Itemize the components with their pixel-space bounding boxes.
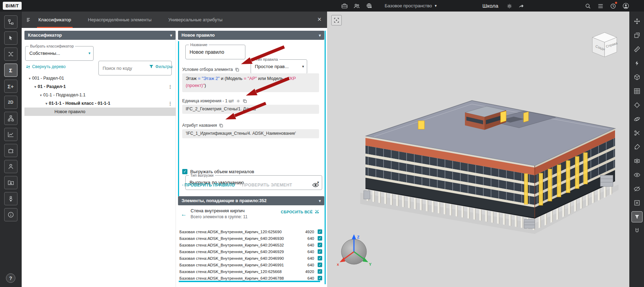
- collaboration-users-icon[interactable]: [353, 2, 361, 10]
- element-checkbox[interactable]: ✓: [318, 229, 322, 234]
- panel-menu-icon[interactable]: [26, 17, 32, 23]
- back-arrow-icon[interactable]: ←: [181, 211, 187, 218]
- settings-gear-icon[interactable]: [505, 2, 513, 10]
- share-icon[interactable]: [517, 2, 525, 10]
- workspace-selector[interactable]: Базовое пространство ▾: [385, 0, 437, 12]
- filter-icon[interactable]: [631, 211, 643, 222]
- check-rule-button[interactable]: ПРОВЕРИТЬ ПРАВИЛО: [182, 183, 235, 187]
- 2d-view-icon[interactable]: 2D: [4, 96, 17, 109]
- collapse-tree-link[interactable]: Свернуть дерево: [26, 64, 66, 69]
- element-row[interactable]: Базовая стена:ADSK_Внутренняя_Кирпич_640…: [179, 248, 324, 255]
- cut-scissors-icon[interactable]: [631, 127, 643, 139]
- history-clock-icon[interactable]: [609, 2, 617, 10]
- copy-icon[interactable]: [219, 123, 223, 128]
- paint-brush-icon[interactable]: [631, 141, 643, 153]
- classifier-select[interactable]: Выбрать классификатор Собственны... ▾: [25, 46, 94, 61]
- collapse-chevron-icon[interactable]: ▾: [170, 33, 172, 38]
- compare-icon[interactable]: [631, 155, 643, 167]
- user-location-icon[interactable]: [4, 192, 17, 205]
- 3d-viewport[interactable]: Сзади Справа Z x Y: [327, 12, 629, 287]
- tree-expand-icon[interactable]: ▾: [33, 85, 38, 89]
- chart-icon[interactable]: [4, 128, 17, 141]
- check-element-button[interactable]: ПРОВЕРИТЬ ЭЛЕМЕНТ: [240, 183, 292, 187]
- element-row[interactable]: Базовая стена:ADSK_Внутренняя_Кирпич_120…: [179, 228, 324, 235]
- elements-header[interactable]: Элементы, попадающие в правило:352 ▾: [178, 196, 324, 205]
- vertical-scrollbar[interactable]: [325, 31, 326, 284]
- model-tree-icon[interactable]: [4, 15, 17, 29]
- element-row[interactable]: Базовая стена:ADSK_Внутренняя_Кирпич_640…: [179, 255, 324, 262]
- element-row[interactable]: Базовая стена:ADSK_Внутренняя_Кирпич_640…: [179, 242, 324, 248]
- tree-item[interactable]: ▾ 01-1 - Подраздел-1.1: [24, 91, 176, 99]
- rule-name-input[interactable]: [186, 45, 245, 59]
- eye-icon[interactable]: [631, 169, 643, 181]
- tree-expand-icon[interactable]: ▾: [27, 76, 32, 80]
- classifier-header[interactable]: Классификатор ▾: [24, 31, 176, 40]
- workspace-briefcase-icon[interactable]: [340, 2, 349, 10]
- clear-box-icon[interactable]: [631, 197, 643, 208]
- select-cursor-icon[interactable]: [4, 31, 17, 45]
- zoom-region-icon[interactable]: [331, 15, 342, 25]
- filters-link[interactable]: Фильтры: [149, 64, 172, 69]
- element-row[interactable]: Базовая стена:ADSK_Внутренняя_Кирпич_120…: [179, 268, 324, 275]
- attribute-value[interactable]: 'IFC_1_Идентификация_Стены/4. ADSK_Наиме…: [182, 129, 319, 138]
- tree-item-menu-icon[interactable]: ⋮: [168, 84, 172, 89]
- tree-expand-icon[interactable]: ▾: [38, 93, 43, 97]
- collapse-chevron-icon[interactable]: ▾: [319, 199, 321, 203]
- eye-off-icon[interactable]: [631, 183, 643, 194]
- plugins-puzzle-icon[interactable]: [4, 144, 17, 157]
- reset-all-button[interactable]: СБРОСИТЬ ВСЁ: [281, 209, 319, 214]
- element-checkbox[interactable]: ✓: [318, 269, 322, 274]
- lightning-icon[interactable]: [631, 58, 643, 69]
- element-checkbox[interactable]: ✓: [318, 276, 322, 280]
- view-cube[interactable]: Сзади Справа: [589, 30, 620, 60]
- scheme-icon[interactable]: [4, 112, 17, 125]
- tab-classifier[interactable]: Классификатор: [37, 12, 73, 28]
- element-checkbox[interactable]: ✓: [318, 243, 322, 247]
- rule-header[interactable]: Новое правило ▾: [178, 31, 324, 40]
- collapse-chevron-icon[interactable]: ▾: [319, 33, 321, 38]
- materials-checkbox[interactable]: ✓: [182, 169, 187, 174]
- list-menu-icon[interactable]: [596, 2, 605, 10]
- tree-item[interactable]: ▾ 01-1-1 - Новый класс - 01-1-1 ⋮: [24, 99, 176, 108]
- element-checkbox[interactable]: ✓: [318, 256, 322, 260]
- add-rule-sum-plus-icon[interactable]: Σ+: [4, 80, 17, 93]
- layers-icon[interactable]: [631, 30, 643, 41]
- gear-icon[interactable]: [236, 99, 240, 103]
- ruler-icon[interactable]: [631, 44, 643, 55]
- axes-gizmo[interactable]: Z x Y: [334, 231, 374, 271]
- condition-expression[interactable]: Этаж = "Этаж 2" и (Модель = "АР" или Мод…: [182, 73, 319, 92]
- info-icon[interactable]: [4, 208, 17, 221]
- pan-icon[interactable]: [631, 16, 643, 27]
- rule-type-select[interactable]: Тип правила Простое прав... ▾: [251, 59, 307, 74]
- shared-folder-icon[interactable]: [4, 176, 17, 189]
- horizontal-scrollbar[interactable]: [179, 281, 320, 282]
- copy-icon[interactable]: [235, 67, 239, 72]
- element-row[interactable]: Базовая стена:ADSK_Внутренняя_Кирпич_640…: [179, 235, 324, 242]
- magnet-icon[interactable]: [631, 225, 643, 236]
- rules-sum-icon[interactable]: Σ: [4, 64, 17, 77]
- tree-item[interactable]: ▾ 01 - Раздел-1 ⋮: [24, 82, 176, 91]
- rule-name-field[interactable]: Название: [185, 45, 245, 59]
- search-icon[interactable]: [584, 2, 592, 10]
- connections-icon[interactable]: [4, 47, 17, 61]
- grid-icon[interactable]: [631, 86, 643, 97]
- unit-value[interactable]: IFC_2_Геометрия_Стены/1. Длина: [182, 105, 319, 114]
- tab-unallocated[interactable]: Нераспределённые элементы: [87, 12, 153, 28]
- element-checkbox[interactable]: ✓: [318, 263, 322, 267]
- section-box-icon[interactable]: [631, 72, 643, 83]
- element-row[interactable]: Базовая стена:ADSK_Внутренняя_Кирпич_640…: [179, 275, 324, 281]
- tree-expand-icon[interactable]: ▾: [44, 102, 49, 105]
- tree-item[interactable]: ▾ 001 - Раздел-01: [24, 74, 176, 82]
- user-avatar[interactable]: [622, 2, 630, 10]
- element-row[interactable]: Базовая стена:ADSK_Внутренняя_Кирпич_640…: [179, 262, 324, 268]
- tree-item-menu-icon[interactable]: ⋮: [168, 101, 172, 106]
- eye-icon[interactable]: [312, 182, 319, 189]
- element-checkbox[interactable]: ✓: [318, 249, 322, 254]
- tree-item-rule-selected[interactable]: Новое правило: [24, 108, 176, 116]
- element-checkbox[interactable]: ✓: [318, 236, 322, 241]
- target-icon[interactable]: [631, 100, 643, 111]
- tab-universal-attributes[interactable]: Универсальные атрибуты: [167, 12, 224, 28]
- geo-location-icon[interactable]: [365, 2, 373, 10]
- orbit-icon[interactable]: [631, 113, 643, 125]
- copy-icon[interactable]: [243, 99, 247, 103]
